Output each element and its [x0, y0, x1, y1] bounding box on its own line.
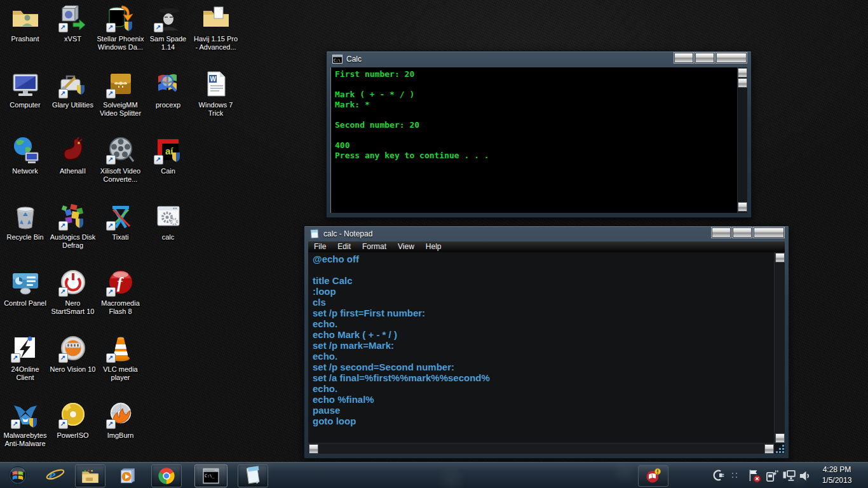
- shortcut-arrow-icon: ↗: [58, 221, 68, 231]
- menu-view[interactable]: View: [392, 241, 420, 252]
- security-alert-icon: [644, 467, 662, 485]
- notepad-line: pause: [313, 405, 775, 416]
- taskbar-internet-explorer[interactable]: e: [42, 464, 69, 486]
- taskbar-notepad[interactable]: [238, 464, 268, 487]
- desktop-icon-label: Malwarebytes Anti-Malware: [1, 431, 49, 448]
- scroll-left-button[interactable]: [309, 444, 318, 454]
- toolbox-shield-icon: ↗: [58, 69, 88, 99]
- svg-text:C:\: C:\: [334, 58, 341, 62]
- clock[interactable]: 4:28 PM 1/5/2013: [812, 464, 862, 486]
- console-line: Second number: 20: [335, 120, 738, 130]
- power-plug-icon[interactable]: [710, 469, 724, 484]
- desktop-icon-athenaii[interactable]: AthenaII: [49, 135, 97, 201]
- network-tray-icon[interactable]: [782, 469, 797, 485]
- action-center-flag-icon[interactable]: [747, 469, 761, 485]
- maximize-button[interactable]: [695, 53, 714, 63]
- shortcut-arrow-icon: ↗: [11, 353, 20, 363]
- close-button[interactable]: [754, 227, 784, 238]
- horizontal-scrollbar[interactable]: [308, 443, 775, 454]
- desktop-icon-grid: PrashantComputerNetworkRecycle BinContro…: [1, 3, 240, 465]
- desktop-icon-label: Control Panel: [4, 299, 46, 308]
- scroll-down-button[interactable]: [775, 433, 785, 443]
- taskbar-chrome[interactable]: [151, 464, 182, 487]
- close-button[interactable]: [716, 53, 747, 63]
- desktop-icon-malwarebytes-anti-malware[interactable]: ↗Malwarebytes Anti-Malware: [1, 399, 49, 465]
- desktop-icon-auslogics-disk-defrag[interactable]: ↗Auslogics Disk Defrag: [49, 201, 97, 267]
- scroll-thumb[interactable]: [738, 78, 747, 88]
- desktop-icon-cain[interactable]: aí↗Cain: [144, 135, 192, 201]
- desktop-icon-tixati[interactable]: ↗Tixati: [97, 201, 144, 267]
- desktop-icon-sam-spade-1-14[interactable]: ↗Sam Spade 1.14: [144, 3, 192, 69]
- desktop-icon-solveigmm-video-splitter[interactable]: ↗SolveigMM Video Splitter: [97, 69, 144, 135]
- word-doc-icon: W: [201, 69, 231, 99]
- desktop-icon-label: Xilisoft Video Converte...: [97, 167, 144, 184]
- flash-sphere-icon: f↗: [105, 267, 136, 297]
- taskbar-command-prompt[interactable]: C:\_: [194, 464, 227, 487]
- taskbar-windows-explorer[interactable]: [75, 464, 105, 487]
- desktop-icon-calc[interactable]: calc: [144, 201, 192, 267]
- desktop-icon-24online-client[interactable]: ↗24Online Client: [1, 333, 49, 399]
- desktop-icon-macromedia-flash-8[interactable]: f↗Macromedia Flash 8: [97, 267, 144, 333]
- console-scrollbar[interactable]: [737, 67, 747, 213]
- cain-square-icon: aí↗: [153, 135, 184, 165]
- notepad-content[interactable]: @echo off title Calc:loopclsset /p first…: [308, 252, 785, 454]
- desktop-icon-label: VLC media player: [97, 365, 144, 382]
- desktop-icon-recycle-bin[interactable]: Recycle Bin: [1, 201, 49, 267]
- desktop-icon-xvst[interactable]: ↗xVST: [49, 3, 97, 69]
- desktop-icon-poweriso[interactable]: ↗PowerISO: [49, 399, 97, 465]
- desktop-icon-prashant[interactable]: Prashant: [1, 3, 49, 69]
- scroll-down-button[interactable]: [738, 202, 747, 212]
- burning-disc-icon: ↗: [105, 399, 136, 430]
- shortcut-arrow-icon: ↗: [58, 419, 68, 429]
- shortcut-arrow-icon: ↗: [106, 353, 116, 363]
- desktop-icon-nero-vision-10[interactable]: ↗Nero Vision 10: [49, 333, 97, 399]
- desktop-icon-procexp[interactable]: procexp: [144, 69, 192, 135]
- svg-text:W: W: [210, 76, 216, 83]
- safely-remove-hardware-icon[interactable]: [765, 469, 779, 485]
- desktop-icon-vlc-media-player[interactable]: ↗VLC media player: [97, 333, 144, 399]
- desktop-icon-glary-utilities[interactable]: ↗Glary Utilities: [49, 69, 97, 135]
- volume-tray-icon[interactable]: [798, 469, 812, 485]
- resize-grip[interactable]: [775, 444, 784, 453]
- scroll-up-button[interactable]: [775, 253, 785, 262]
- menu-help[interactable]: Help: [420, 241, 447, 252]
- notepad-icon: [310, 229, 320, 239]
- desktop-icon-label: Network: [12, 167, 37, 175]
- lightning-square-icon: ↗: [10, 333, 41, 363]
- notepad-window: calc - Notepad FileEditFormatViewHelp @e…: [304, 226, 789, 459]
- desktop-icon-control-panel[interactable]: Control Panel: [1, 267, 49, 333]
- scroll-up-button[interactable]: [738, 68, 747, 78]
- notepad-line: echo.: [313, 318, 775, 329]
- desktop-icon-label: Glary Utilities: [52, 101, 93, 109]
- menu-file[interactable]: File: [308, 241, 332, 252]
- desktop-icon-havij-1-15-pro-advanced[interactable]: Havij 1.15 Pro - Advanced...: [192, 3, 240, 69]
- desktop-icon-windows-7-trick[interactable]: WWindows 7 Trick: [192, 69, 240, 135]
- desktop-icon-label: Havij 1.15 Pro - Advanced...: [192, 35, 240, 51]
- menu-format[interactable]: Format: [356, 241, 392, 252]
- taskbar-media-player[interactable]: [114, 464, 141, 486]
- svg-text:e: e: [49, 466, 56, 483]
- notepad-line: cls: [313, 297, 775, 308]
- minimize-button[interactable]: [712, 227, 731, 238]
- desktop-icon-imgburn[interactable]: ↗ImgBurn: [97, 399, 144, 465]
- desktop-icon-xilisoft-video-converte[interactable]: ↗Xilisoft Video Converte...: [97, 135, 144, 201]
- scroll-right-button[interactable]: [764, 444, 774, 454]
- show-hidden-icons[interactable]: [732, 473, 738, 479]
- desktop-icon-nero-startsmart-10[interactable]: ↗Nero StartSmart 10: [49, 267, 97, 333]
- desktop-icon-stellar-phoenix-windows-da[interactable]: ↗Stellar Phoenix Windows Da...: [97, 3, 144, 69]
- vertical-scrollbar[interactable]: [774, 252, 785, 444]
- maximize-button[interactable]: [733, 227, 752, 238]
- desktop-icon-label: Auslogics Disk Defrag: [49, 233, 97, 250]
- windows-logo-icon: [6, 464, 29, 487]
- shortcut-arrow-icon: ↗: [58, 353, 68, 363]
- minimize-button[interactable]: [674, 53, 693, 63]
- gold-disc-icon: ↗: [58, 399, 88, 430]
- menu-edit[interactable]: Edit: [332, 241, 356, 252]
- notepad-text-area[interactable]: @echo off title Calc:loopclsset /p first…: [308, 252, 775, 444]
- security-alert-tray-icon[interactable]: [638, 465, 668, 487]
- notepad-line: set /p first=First number:: [313, 308, 775, 318]
- desktop-icon-computer[interactable]: Computer: [1, 69, 49, 135]
- start-button[interactable]: [5, 464, 31, 486]
- desktop-icon-network[interactable]: Network: [1, 135, 49, 201]
- desktop-icon-label: Sam Spade 1.14: [144, 35, 192, 51]
